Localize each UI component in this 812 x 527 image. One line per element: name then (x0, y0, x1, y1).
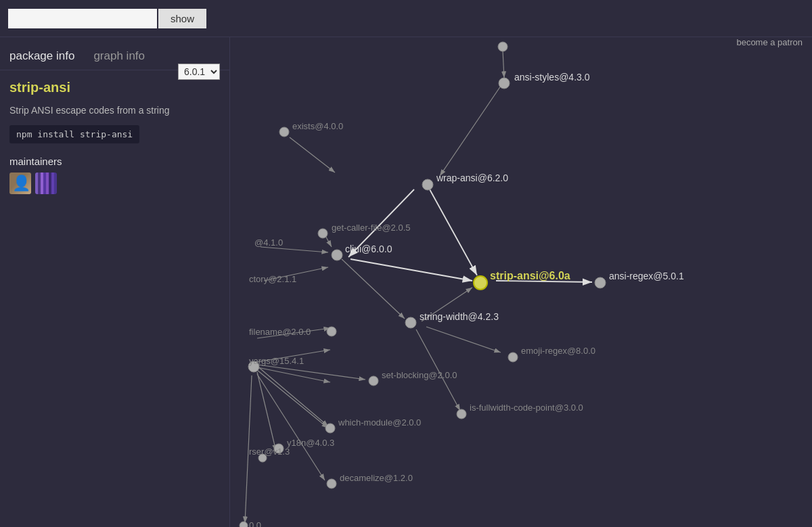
svg-line-8 (430, 189, 477, 275)
svg-point-30 (422, 179, 433, 190)
svg-point-25 (498, 42, 508, 51)
package-description: Strip ANSI escape codes from a string (9, 105, 220, 116)
svg-line-14 (426, 327, 501, 352)
svg-text:exists@4.0.0: exists@4.0.0 (292, 121, 343, 131)
tab-package-info[interactable]: package info (9, 45, 81, 70)
search-input[interactable]: cowsay (8, 9, 157, 28)
svg-text:strip-ansi@6.0a: strip-ansi@6.0a (490, 270, 570, 281)
svg-point-44 (327, 327, 336, 336)
svg-line-3 (440, 86, 501, 176)
svg-point-38 (474, 276, 487, 290)
svg-line-21 (257, 365, 365, 380)
svg-text:filename@2.0.0: filename@2.0.0 (249, 327, 311, 337)
svg-text:set-blocking@2.0.0: set-blocking@2.0.0 (382, 370, 457, 380)
svg-point-48 (369, 376, 378, 386)
svg-text:emoji-regex@8.0.0: emoji-regex@8.0.0 (521, 346, 595, 356)
graph-svg: ansi-styles@4.3.0 exists@4.0.0 wrap-ansi… (230, 37, 812, 527)
svg-point-26 (499, 78, 510, 89)
svg-point-60 (327, 479, 336, 488)
maintainers-avatars (9, 173, 220, 194)
svg-line-12 (342, 259, 405, 319)
avatar-1 (9, 173, 31, 194)
avatar-2 (35, 173, 57, 194)
svg-line-5 (261, 247, 328, 252)
svg-point-62 (240, 522, 248, 527)
svg-point-50 (508, 352, 518, 362)
svg-line-20 (257, 374, 325, 480)
svg-text:0.0: 0.0 (249, 520, 261, 527)
svg-text:wrap-ansi@6.2.0: wrap-ansi@6.2.0 (436, 173, 508, 183)
svg-text:which-module@2.0.0: which-module@2.0.0 (338, 417, 421, 428)
tab-graph-info[interactable]: graph info (93, 45, 152, 70)
svg-line-2 (503, 51, 504, 78)
svg-point-42 (405, 317, 416, 328)
svg-point-32 (318, 229, 328, 238)
svg-line-19 (257, 372, 276, 451)
svg-text:@4.1.0: @4.1.0 (254, 237, 283, 248)
svg-line-18 (257, 370, 328, 428)
maintainers-label: maintainers (9, 156, 220, 167)
version-select[interactable]: 6.0.1 6.0.0 5.2.0 5.0.0 4.0.0 (178, 64, 220, 80)
svg-point-54 (325, 423, 335, 433)
svg-point-52 (457, 409, 466, 419)
svg-point-28 (279, 127, 289, 137)
topbar: cowsay show (0, 0, 812, 37)
svg-point-35 (332, 250, 342, 260)
sidebar-content: strip-ansi 6.0.1 6.0.0 5.2.0 5.0.0 4.0.0… (0, 70, 229, 204)
svg-line-4 (290, 137, 335, 173)
svg-text:ctory@2.1.1: ctory@2.1.1 (249, 274, 296, 284)
svg-text:is-fullwidth-code-point@3.0.0: is-fullwidth-code-point@3.0.0 (470, 403, 583, 413)
svg-text:string-width@4.2.3: string-width@4.2.3 (420, 311, 499, 322)
svg-line-10 (351, 259, 472, 281)
svg-text:yargs@15.4.1: yargs@15.4.1 (249, 356, 304, 366)
svg-text:rser@v1.3: rser@v1.3 (249, 446, 290, 457)
graph-area[interactable]: ansi-styles@4.3.0 exists@4.0.0 wrap-ansi… (230, 37, 812, 527)
svg-point-40 (595, 277, 606, 288)
show-button[interactable]: show (158, 9, 206, 28)
svg-text:ansi-styles@4.3.0: ansi-styles@4.3.0 (514, 72, 590, 83)
sidebar: package info graph info strip-ansi 6.0.1… (0, 37, 230, 527)
svg-text:ansi-regex@5.0.1: ansi-regex@5.0.1 (609, 271, 684, 281)
svg-text:decamelize@1.2.0: decamelize@1.2.0 (340, 473, 413, 483)
install-command: npm install strip-ansi (9, 125, 139, 143)
svg-text:get-caller-file@2.0.5: get-caller-file@2.0.5 (332, 223, 411, 233)
package-name: strip-ansi (9, 80, 70, 95)
svg-text:y18n@4.0.3: y18n@4.0.3 (287, 438, 334, 448)
svg-text:cliui@6.0.0: cliui@6.0.0 (345, 244, 392, 254)
